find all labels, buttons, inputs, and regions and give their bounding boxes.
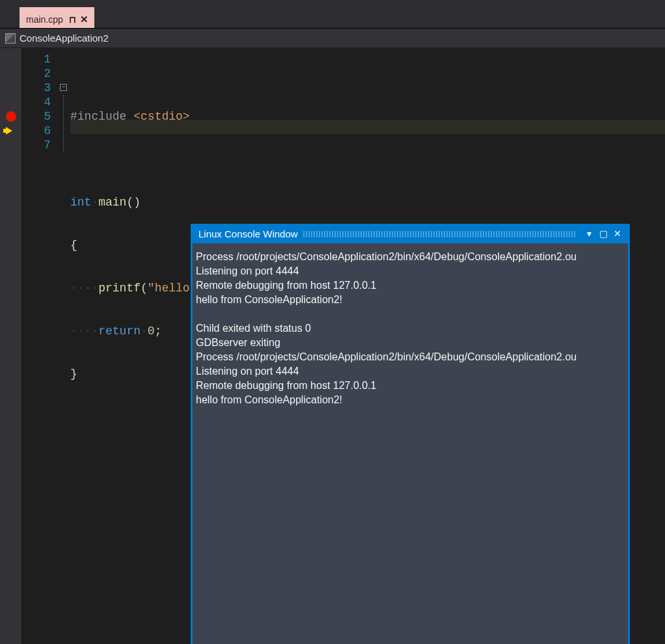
code-token: { (70, 239, 77, 252)
code-token: int (70, 196, 91, 209)
close-icon[interactable]: ✕ (610, 228, 625, 241)
code-token: ; (155, 325, 162, 338)
scope-label: ConsoleApplication2 (20, 33, 109, 44)
outline-margin[interactable]: − (59, 48, 70, 644)
navigation-bar[interactable]: ConsoleApplication2 (0, 29, 665, 48)
code-token: <cstdio> (133, 110, 189, 123)
console-title-label: Linux Console Window (198, 227, 298, 241)
tab-label: main.cpp (26, 14, 67, 25)
scope-icon (5, 33, 16, 44)
code-token: () (126, 196, 141, 209)
console-output[interactable]: Process /root/projects/ConsoleApplicatio… (192, 243, 629, 644)
code-token: ( (141, 282, 148, 295)
code-editor[interactable]: 1234567 − #include <cstdio> int·main() {… (0, 48, 665, 644)
code-token: return (98, 325, 141, 338)
code-token: printf (98, 282, 141, 295)
linux-console-window[interactable]: Linux Console Window ▾ ▢ ✕ Process /root… (191, 224, 630, 644)
titlebar-grip[interactable] (303, 231, 577, 237)
code-token: #include (70, 110, 126, 123)
maximize-icon[interactable]: ▢ (596, 228, 610, 241)
code-token: } (70, 368, 77, 381)
fold-toggle-icon[interactable]: − (60, 84, 67, 91)
line-numbers: 1234567 (22, 48, 59, 644)
code-token: 0 (148, 325, 155, 338)
fold-guide (63, 95, 64, 152)
current-statement-arrow-icon (6, 127, 12, 135)
close-icon[interactable]: ✕ (79, 14, 90, 25)
window-options-icon[interactable]: ▾ (582, 228, 596, 241)
pin-icon[interactable]: ⊓ (67, 14, 79, 25)
console-titlebar[interactable]: Linux Console Window ▾ ▢ ✕ (192, 225, 629, 243)
breakpoint-icon[interactable] (6, 111, 16, 122)
file-tabstrip: main.cpp ⊓ ✕ (0, 0, 665, 29)
glyph-margin[interactable] (0, 48, 22, 644)
code-token: main (98, 196, 126, 209)
tab-main-cpp[interactable]: main.cpp ⊓ ✕ (20, 7, 94, 28)
